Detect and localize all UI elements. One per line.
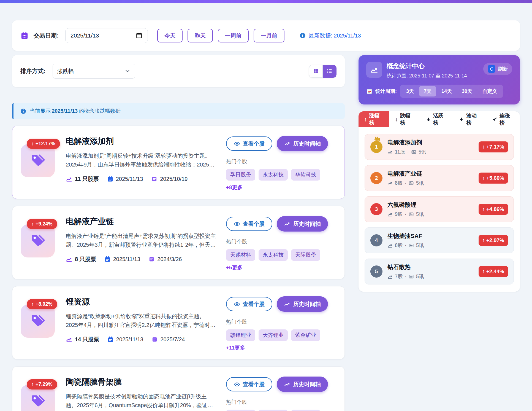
stock-tag[interactable]: 佛塑科技 — [259, 410, 288, 411]
grid-view-button[interactable] — [309, 65, 323, 78]
more-tags-link[interactable]: +11更多 — [226, 344, 245, 351]
rank-concept-name: 生物柴油SAF — [387, 232, 479, 240]
date-picker-icon[interactable] — [135, 32, 143, 39]
chart-icon — [387, 243, 393, 248]
concept-description: 锂资源是“政策驱动+供给收缩”双重逻辑共振的投资主题。2025年4月，四川雅江官… — [66, 312, 216, 330]
view-stocks-button[interactable]: 查看个股 — [226, 377, 272, 391]
update-date: 2025/11/13 — [104, 256, 140, 262]
news-icon — [409, 243, 414, 248]
stock-tag[interactable]: 紫金矿业 — [291, 329, 320, 341]
up-arrow-icon: ↑ — [482, 268, 485, 275]
concept-icon-area: ↑+8.02% — [21, 305, 56, 351]
view-stocks-button[interactable]: 查看个股 — [226, 297, 272, 311]
stock-tag[interactable]: 永太科技 — [259, 169, 288, 181]
tab-streak[interactable]: 连涨榜 — [487, 111, 520, 127]
more-tags-link[interactable]: +5更多 — [226, 264, 243, 271]
rank-item[interactable]: 4 生物柴油SAF 8股· 5讯 ↑+2.97% — [365, 227, 514, 253]
history-timeline-button[interactable]: 历史时间轴 — [277, 136, 328, 151]
hot-stocks-label: 热门个股 — [226, 238, 336, 245]
current-display-banner: 当前显示2025/11/13的概念涨跌幅数据 — [12, 103, 345, 119]
stock-tag[interactable]: 赣锋锂业 — [226, 329, 255, 341]
calendar-note-icon — [148, 256, 155, 262]
up-arrow-icon: ↑ — [31, 382, 34, 387]
period-30d[interactable]: 30天 — [457, 86, 477, 96]
period-custom[interactable]: 自定义 — [477, 86, 502, 96]
history-timeline-button[interactable]: 历史时间轴 — [277, 377, 328, 392]
tab-volatility[interactable]: 波动榜 — [454, 111, 487, 127]
news-icon — [409, 274, 414, 279]
change-badge: ↑+9.24% — [27, 219, 57, 229]
news-icon — [411, 149, 416, 155]
stats-chart-icon — [366, 62, 382, 78]
latest-data-text: 最新数据: 2025/11/13 — [309, 32, 361, 39]
history-timeline-button[interactable]: 历史时间轴 — [277, 296, 328, 312]
week-ago-button[interactable]: 一周前 — [218, 29, 249, 42]
rank-item[interactable]: 5 钻石散热 7股· 5讯 ↑+2.44% — [365, 259, 514, 284]
calendar-icon — [107, 176, 113, 182]
stock-tag[interactable]: 东峰集团 — [291, 410, 320, 411]
month-ago-button[interactable]: 一月前 — [254, 29, 284, 42]
chart-icon — [387, 212, 393, 217]
refresh-button[interactable]: 刷新 — [483, 63, 512, 75]
period-7d[interactable]: 7天 — [419, 86, 436, 96]
rank-concept-name: 钻石散热 — [387, 263, 479, 271]
view-stocks-button[interactable]: 查看个股 — [226, 136, 272, 151]
news-icon — [409, 212, 414, 217]
rank-concept-stats: 8股· 5讯 — [387, 180, 479, 186]
list-icon — [327, 68, 333, 74]
tab-active[interactable]: 活跃榜 — [420, 111, 454, 127]
rank-item[interactable]: 2 电解液产业链 8股· 5讯 ↑+5.66% — [365, 165, 514, 191]
top-accent-bar — [0, 0, 532, 3]
tab-gainers[interactable]: ↑涨幅榜 — [359, 111, 389, 127]
rank-concept-stats: 9股· 5讯 — [387, 211, 479, 217]
rank-item[interactable]: 3 六氟磷酸锂 9股· 5讯 ↑+4.86% — [365, 196, 514, 222]
stock-tag[interactable]: 华软科技 — [291, 169, 320, 181]
stock-tag[interactable]: 永太科技 — [259, 249, 288, 261]
rocket-icon — [492, 117, 497, 122]
eye-icon — [234, 221, 240, 227]
view-toggle — [309, 65, 336, 78]
rank-item[interactable]: 1 电解液添加剂 11股· 5讯 ↑+7.17% — [365, 134, 514, 160]
trade-date-input[interactable]: 2025/11/13 — [65, 28, 148, 43]
concept-stats: 8 只股票 2025/11/13 2024/3/26 — [66, 256, 216, 263]
calendar-icon — [20, 31, 29, 40]
view-stocks-button[interactable]: 查看个股 — [226, 217, 272, 231]
stock-count: 8 只股票 — [66, 256, 96, 263]
period-14d[interactable]: 14天 — [437, 86, 457, 96]
calendar-icon — [104, 256, 111, 262]
concept-description: 电解液添加剂是“周期反转+技术升级”双轮驱动的投资主题。2025年9月，山东孚日… — [66, 151, 216, 169]
concept-card: ↑+9.24% 电解液产业链 电解液产业链是“产能出清尾声+需求复苏初期”的拐点… — [12, 206, 345, 279]
period-3d[interactable]: 3天 — [401, 86, 419, 96]
stock-tag[interactable]: 星源材质 — [226, 410, 255, 411]
stock-tag[interactable]: 天赐材料 — [226, 249, 255, 261]
concept-title: 电解液添加剂 — [66, 136, 216, 147]
banner-date: 2025/11/13 — [52, 108, 78, 114]
yesterday-button[interactable]: 昨天 — [188, 29, 213, 42]
tab-losers[interactable]: ↓跌幅榜 — [389, 111, 420, 127]
stock-tag[interactable]: 天齐锂业 — [259, 329, 288, 341]
list-view-button[interactable] — [323, 65, 336, 78]
refresh-icon — [488, 65, 495, 73]
info-icon — [299, 32, 306, 39]
change-value: +9.24% — [36, 221, 53, 227]
change-badge: ↑+12.17% — [27, 139, 60, 149]
today-button[interactable]: 今天 — [157, 29, 183, 42]
stock-tag[interactable]: 天际股份 — [291, 249, 320, 261]
stock-tag[interactable]: 孚日股份 — [226, 169, 255, 181]
ranking-tabs: ↑涨幅榜 ↓跌幅榜 活跃榜 波动榜 连涨榜 — [359, 111, 520, 127]
sort-bar: 排序方式: 涨跌幅 — [12, 55, 345, 87]
ranking-list: 1 电解液添加剂 11股· 5讯 ↑+7.17% — [359, 127, 520, 284]
hot-stocks-tags: 孚日股份 永太科技 华软科技 +8更多 — [226, 169, 336, 191]
sort-select[interactable]: 涨跌幅 — [53, 64, 135, 79]
stats-range: 统计范围: 2025-11-07 至 2025-11-14 — [387, 72, 479, 79]
more-tags-link[interactable]: +8更多 — [226, 184, 243, 191]
rank-concept-stats: 11股· 5讯 — [387, 149, 479, 155]
sort-selected-value: 涨跌幅 — [57, 68, 74, 75]
period-label: 统计周期: — [375, 88, 397, 95]
history-timeline-button[interactable]: 历史时间轴 — [277, 216, 328, 232]
hot-stocks-tags: 星源材质 佛塑科技 东峰集团 +5更多 — [226, 410, 336, 411]
chart-icon — [66, 256, 72, 262]
concept-description: 电解液产业链是“产能出清尾声+需求复苏初期”的拐点型投资主题。2025年3月，新… — [66, 232, 216, 249]
mini-calendar-icon — [366, 88, 373, 95]
ranking-panel: ↑涨幅榜 ↓跌幅榜 活跃榜 波动榜 连涨榜 1 电解液添加剂 — [359, 111, 520, 292]
